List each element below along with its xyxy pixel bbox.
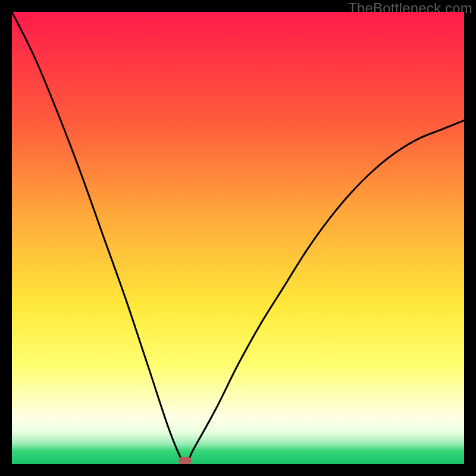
optimum-marker <box>178 457 192 464</box>
plot-area <box>12 12 464 464</box>
curve-svg <box>12 12 464 464</box>
bottleneck-curve <box>12 12 464 464</box>
plot-frame <box>12 12 464 464</box>
